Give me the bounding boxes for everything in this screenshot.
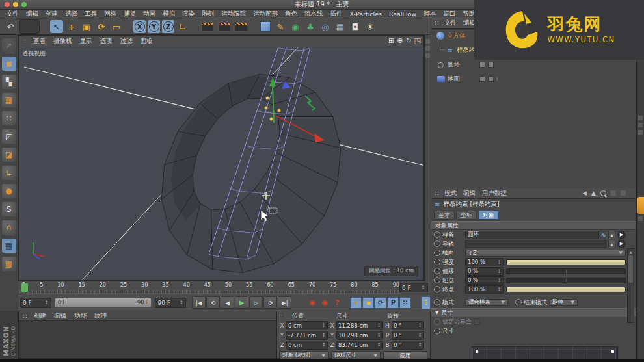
edge-icon[interactable] [638, 116, 643, 120]
camera-icon[interactable]: ◘ [349, 20, 362, 33]
search-icon[interactable] [600, 190, 606, 196]
scene-area[interactable]: 透视视图 网格间距 : 10 cm [19, 47, 423, 280]
am-menu-item-1[interactable]: 编辑 [463, 189, 476, 198]
keyframe-circle[interactable] [434, 299, 440, 305]
viewport-nav-icon-3[interactable]: ◳ [414, 36, 421, 45]
strength-slider[interactable] [506, 259, 626, 265]
palette-icon-1[interactable]: ◼ [2, 57, 16, 71]
stepper-icon[interactable]: ↕ [44, 300, 49, 305]
menu-item-4[interactable]: 工具 [85, 10, 97, 18]
scroll-thumb[interactable] [628, 255, 633, 283]
panel-icon[interactable] [621, 190, 626, 196]
live-selection-icon[interactable]: ↖ [50, 20, 63, 33]
keyframe-toggle-0[interactable]: + [350, 297, 362, 309]
render-view-icon[interactable] [201, 22, 213, 32]
material-menu-item-0[interactable]: 创建 [34, 312, 46, 320]
palette-icon-9[interactable]: S [2, 202, 16, 216]
pos-x-field[interactable]: 0 cm↕ [286, 321, 328, 330]
scroll-up-icon[interactable]: ▲ [628, 249, 634, 255]
material-menu-item-2[interactable]: 功能 [74, 312, 87, 320]
up-button[interactable]: ▲ [608, 231, 615, 239]
range-slider[interactable]: 0 F 90 F [55, 298, 152, 307]
keyframe-circle[interactable] [434, 231, 440, 238]
undo-icon[interactable]: ↶ [4, 20, 17, 33]
viewport-menu-item-2[interactable]: 显示 [80, 37, 92, 45]
menu-item-3[interactable]: 选择 [65, 10, 77, 18]
visibility-dots[interactable] [479, 76, 494, 82]
tab-basic[interactable]: 基本 [434, 211, 455, 220]
menu-item-20[interactable]: 帮助 [463, 10, 475, 18]
keyframe-circle[interactable] [434, 259, 440, 265]
edge-icon[interactable] [638, 123, 643, 127]
playback-button-3[interactable]: ▶ [235, 296, 248, 309]
offset-slider[interactable] [506, 268, 626, 274]
palette-icon-8[interactable]: ● [2, 184, 16, 198]
keyframe-toggle-3[interactable]: P [387, 297, 399, 309]
keyframe-circle[interactable] [434, 277, 440, 283]
tab-coord[interactable]: 坐标 [456, 211, 477, 220]
menu-item-19[interactable]: 窗口 [443, 10, 455, 18]
menu-item-7[interactable]: 动画 [143, 10, 155, 18]
menu-item-9[interactable]: 渲染 [182, 10, 195, 18]
palette-icon-5[interactable]: ◸ [2, 129, 16, 144]
spline-wrap-icon[interactable]: ≈ [446, 46, 454, 55]
material-menu-item-1[interactable]: 编辑 [54, 312, 66, 320]
menu-item-11[interactable]: 运动跟踪 [221, 10, 246, 18]
om-menu-item-0[interactable]: 文件 [444, 19, 457, 27]
pos-y-field[interactable]: -7.771 cm↕ [286, 331, 328, 340]
keyframe-circle[interactable] [434, 250, 440, 256]
floor-icon[interactable]: ▦ [334, 20, 347, 33]
keyframe-selection-icon[interactable]: ⋮ [421, 296, 431, 309]
viewport-menu-item-5[interactable]: 面板 [141, 37, 153, 45]
grip-icon[interactable]: ∷ [435, 190, 438, 197]
pos-z-field[interactable]: 0 cm↕ [286, 341, 328, 350]
menu-item-16[interactable]: X-Particles [350, 10, 382, 18]
pick-object-icon[interactable]: ▶ [617, 231, 626, 239]
render-picture-viewer-icon[interactable] [218, 22, 230, 32]
stepper-icon[interactable]: ↕ [180, 300, 184, 305]
menu-item-6[interactable]: 捕捉 [124, 10, 136, 18]
frame-field[interactable]: 0 F ↕ [20, 298, 51, 308]
viewport-menu-item-0[interactable]: 查看 [33, 37, 46, 45]
menu-item-8[interactable]: 模拟 [163, 10, 175, 18]
playback-button-2[interactable]: ◀ [221, 296, 234, 309]
record-button-1[interactable]: ◉ [319, 297, 330, 308]
mode-dropdown[interactable]: 适合样条▼ [465, 299, 508, 306]
start-field[interactable]: 0 %↕ [465, 276, 504, 285]
current-frame-spinner[interactable]: 0 F ↕ [399, 283, 428, 292]
end-mode-dropdown[interactable]: 延伸▼ [549, 299, 578, 306]
up-icon[interactable]: ▲ [591, 190, 596, 196]
palette-icon-0[interactable]: ↗ [2, 38, 16, 53]
playback-button-1[interactable]: ⟲ [206, 296, 220, 309]
material-menu-item-3[interactable]: 纹理 [94, 312, 107, 320]
keyframe-circle[interactable] [515, 299, 522, 305]
menu-item-5[interactable]: 网格 [104, 10, 116, 18]
menu-item-12[interactable]: 运动图形 [253, 10, 278, 18]
collapse-icon[interactable]: ▼ [435, 310, 438, 315]
record-button-0[interactable]: ◉ [306, 297, 318, 308]
viewport[interactable]: ∷ 查看摄像机显示选项过滤面板 ⊞⊕↻◳ 透视视图 网格间距 : 10 cm [18, 35, 424, 281]
offset-field[interactable]: 0 %↕ [465, 267, 504, 276]
stepper-icon[interactable]: ↕ [421, 285, 425, 291]
palette-icon-7[interactable]: ∟ [2, 166, 16, 180]
lock-y-icon[interactable]: Y [148, 20, 160, 33]
up-button[interactable]: ▲ [608, 240, 615, 248]
object-row-floor[interactable]: 地面 ⁞ [431, 71, 636, 86]
playback-button-6[interactable]: ▶| [278, 296, 291, 309]
attribute-scrollbar[interactable]: ▲ [627, 248, 634, 323]
panel-divider[interactable] [424, 35, 431, 281]
end-slider[interactable] [506, 287, 626, 292]
playhead-marker[interactable] [21, 283, 29, 292]
tab-object[interactable]: 对象 [478, 211, 499, 220]
grip-icon[interactable]: ∷ [23, 38, 25, 44]
subdivision-surface-icon[interactable]: ◉ [289, 20, 302, 33]
object-name[interactable]: 地面 [448, 75, 460, 83]
axis-dropdown[interactable]: +Z▼ [465, 250, 626, 257]
floor-object-icon[interactable] [437, 76, 445, 82]
last-tool-icon[interactable]: ▭ [110, 20, 123, 33]
keyframe-circle[interactable] [434, 328, 440, 334]
section-object-properties[interactable]: 对象属性 [431, 221, 636, 230]
lock-z-icon[interactable]: Z [162, 20, 174, 33]
palette-icon-3[interactable]: ▦ [2, 93, 16, 107]
viewport-menu-item-4[interactable]: 过滤 [120, 37, 133, 45]
